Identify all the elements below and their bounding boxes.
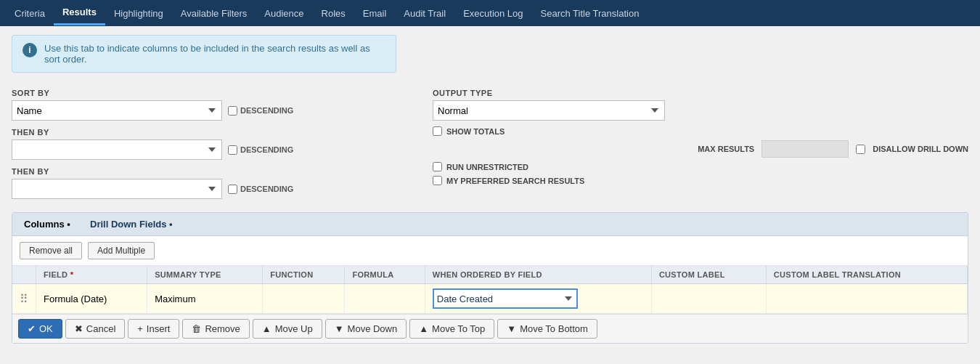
- sort-by-row: Name DESCENDING: [12, 100, 404, 121]
- th-formula: FORMULA: [345, 266, 425, 284]
- sort-by-desc-check: DESCENDING: [228, 106, 293, 116]
- output-type-select[interactable]: Normal Summary Matrix Pivot: [433, 100, 665, 121]
- th-function: FUNCTION: [263, 266, 345, 284]
- nav-search-title-translation[interactable]: Search Title Translation: [532, 2, 648, 25]
- disallow-drill-down-checkbox[interactable]: [856, 145, 865, 154]
- ok-label: OK: [39, 323, 53, 334]
- show-totals-checkbox[interactable]: [433, 126, 442, 136]
- columns-table: FIELD * SUMMARY TYPE FUNCTION FORMULA WH…: [12, 266, 968, 314]
- insert-button[interactable]: + Insert: [128, 319, 179, 339]
- th-summary-type: SUMMARY TYPE: [147, 266, 263, 284]
- move-to-bottom-button[interactable]: ▼ Move To Bottom: [497, 319, 597, 339]
- th-custom-label: CUSTOM LABEL: [651, 266, 766, 284]
- sort-by-select[interactable]: Name: [12, 100, 222, 121]
- move-to-bottom-label: Move To Bottom: [520, 323, 588, 334]
- remove-icon: 🗑: [192, 323, 201, 334]
- drill-down-bullet: •: [169, 219, 173, 230]
- nav-criteria[interactable]: Criteria: [6, 2, 54, 25]
- columns-toolbar: Remove all Add Multiple: [12, 236, 968, 266]
- columns-section: Columns • Drill Down Fields • Remove all…: [12, 212, 968, 344]
- top-navigation: Criteria Results Highlighting Available …: [0, 0, 980, 26]
- output-type-row: Normal Summary Matrix Pivot: [433, 100, 968, 121]
- then-by-desc-check-2: DESCENDING: [228, 185, 293, 194]
- my-preferred-label: MY PREFERRED SEARCH RESULTS: [446, 177, 584, 185]
- then-by-select-2[interactable]: [12, 179, 222, 199]
- nav-roles[interactable]: Roles: [313, 2, 354, 25]
- then-by-descending-checkbox-1[interactable]: [228, 145, 237, 155]
- move-to-top-button[interactable]: ▲ Move To Top: [409, 319, 494, 339]
- config-row: SORT BY Name DESCENDING THEN BY DESCENDI…: [12, 81, 968, 205]
- cancel-label: Cancel: [86, 323, 115, 334]
- nav-highlighting[interactable]: Highlighting: [105, 2, 172, 25]
- max-results-row: MAX RESULTS DISALLOW DRILL DOWN: [433, 140, 968, 158]
- nav-email[interactable]: Email: [354, 2, 396, 25]
- move-to-bottom-icon: ▼: [507, 323, 516, 334]
- action-bar: ✔ OK ✖ Cancel + Insert 🗑 Remove ▲ Move U…: [12, 314, 968, 343]
- info-text: Use this tab to indicate columns to be i…: [44, 43, 385, 65]
- columns-tabs-bar: Columns • Drill Down Fields •: [12, 213, 968, 236]
- main-content: SORT BY Name DESCENDING THEN BY DESCENDI…: [0, 81, 980, 352]
- ok-button[interactable]: ✔ OK: [18, 319, 62, 339]
- insert-label: Insert: [147, 323, 171, 334]
- remove-all-button[interactable]: Remove all: [20, 242, 82, 259]
- sort-config: SORT BY Name DESCENDING THEN BY DESCENDI…: [12, 81, 404, 205]
- nav-audit-trail[interactable]: Audit Trail: [395, 2, 454, 25]
- formula-cell: [345, 284, 425, 314]
- run-unrestricted-checkbox[interactable]: [433, 162, 442, 171]
- tab-columns[interactable]: Columns •: [20, 217, 75, 231]
- my-preferred-checkbox[interactable]: [433, 176, 442, 185]
- remove-button[interactable]: 🗑 Remove: [182, 319, 249, 339]
- custom-label-translation-cell: [766, 284, 967, 314]
- then-by-label-2: THEN BY: [12, 167, 404, 176]
- max-results-label: MAX RESULTS: [698, 145, 754, 153]
- cancel-button[interactable]: ✖ Cancel: [65, 319, 125, 339]
- nav-results[interactable]: Results: [54, 1, 105, 25]
- remove-label: Remove: [205, 323, 240, 334]
- output-type-label: OUTPUT TYPE: [433, 89, 968, 97]
- show-totals-label: SHOW TOTALS: [446, 127, 505, 136]
- field-cell: Formula (Date): [36, 284, 147, 314]
- then-by-desc-label-2: DESCENDING: [240, 185, 293, 193]
- field-value: Formula (Date): [44, 294, 107, 304]
- nav-execution-log[interactable]: Execution Log: [454, 2, 531, 25]
- my-preferred-row: MY PREFERRED SEARCH RESULTS: [433, 176, 968, 185]
- move-down-icon: ▼: [335, 323, 344, 334]
- then-by-row-2: DESCENDING: [12, 179, 404, 199]
- nav-audience[interactable]: Audience: [256, 2, 312, 25]
- columns-bullet: •: [67, 219, 70, 230]
- run-unrestricted-row: RUN UNRESTRICTED: [433, 162, 968, 171]
- move-up-icon: ▲: [262, 323, 271, 334]
- table-row: ⠿ Formula (Date) Maximum: [12, 284, 968, 314]
- th-field: FIELD *: [36, 266, 147, 284]
- table-header-row: FIELD * SUMMARY TYPE FUNCTION FORMULA WH…: [12, 266, 968, 284]
- show-totals-row: SHOW TOTALS: [433, 126, 968, 136]
- custom-label-cell: [651, 284, 766, 314]
- summary-type-value: Maximum: [155, 294, 195, 304]
- ok-icon: ✔: [28, 323, 36, 334]
- sort-by-desc-label: DESCENDING: [240, 106, 293, 115]
- info-box: i Use this tab to indicate columns to be…: [12, 35, 396, 73]
- cancel-icon: ✖: [75, 323, 83, 334]
- output-config: OUTPUT TYPE Normal Summary Matrix Pivot …: [404, 81, 968, 205]
- drag-handle-cell: ⠿: [12, 284, 36, 314]
- run-unrestricted-label: RUN UNRESTRICTED: [446, 163, 528, 171]
- add-multiple-button[interactable]: Add Multiple: [88, 242, 155, 259]
- th-custom-label-translation: CUSTOM LABEL TRANSLATION: [766, 266, 967, 284]
- then-by-select-1[interactable]: [12, 139, 222, 160]
- info-icon: i: [23, 43, 37, 57]
- insert-icon: +: [137, 323, 143, 334]
- move-down-button[interactable]: ▼ Move Down: [325, 319, 407, 339]
- summary-type-cell: Maximum: [147, 284, 263, 314]
- drag-handle-icon[interactable]: ⠿: [20, 293, 28, 305]
- then-by-desc-check-1: DESCENDING: [228, 145, 293, 155]
- function-cell: [263, 284, 345, 314]
- when-ordered-select[interactable]: Date Created Date Modified None: [433, 288, 578, 309]
- move-up-button[interactable]: ▲ Move Up: [253, 319, 322, 339]
- max-results-input-field[interactable]: [761, 140, 849, 158]
- then-by-desc-label-1: DESCENDING: [240, 145, 293, 154]
- nav-available-filters[interactable]: Available Filters: [172, 2, 256, 25]
- then-by-descending-checkbox-2[interactable]: [228, 185, 237, 194]
- th-drag: [12, 266, 36, 284]
- tab-drill-down-fields[interactable]: Drill Down Fields •: [86, 217, 177, 231]
- sort-by-descending-checkbox[interactable]: [228, 106, 237, 116]
